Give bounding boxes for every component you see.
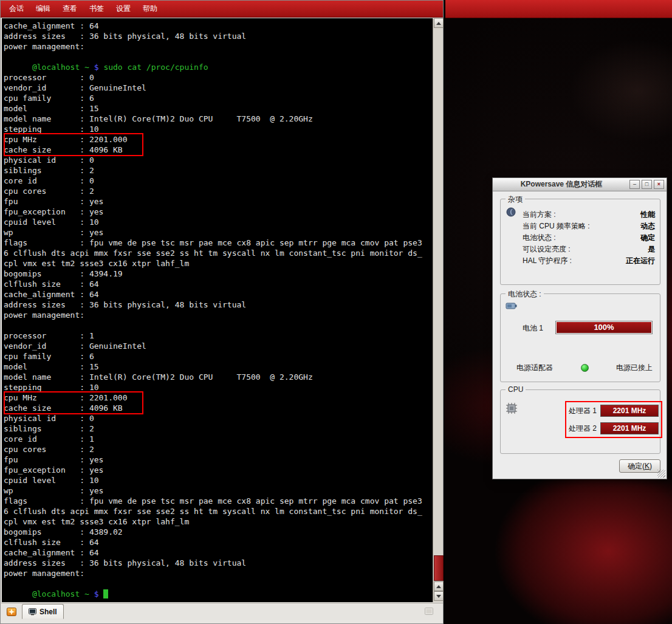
terminal-line: cpu MHz : 2201.000 (4, 134, 431, 145)
terminal-line: model name : Intel(R) Core(TM)2 Duo CPU … (4, 114, 431, 124)
menu-item-4[interactable]: 书签 (83, 2, 110, 16)
terminal-scrollbar[interactable] (433, 18, 443, 602)
terminal-line: cpu cores : 2 (4, 186, 431, 196)
info-value: 确定 (640, 233, 655, 243)
minimize-button[interactable]: – (629, 180, 640, 189)
terminal-line: model : 15 (4, 362, 431, 372)
terminal-line: flags : fpu vme de pse tsc msr pae mce c… (4, 496, 431, 506)
menu-item-5[interactable]: 设置 (110, 2, 137, 16)
scroll-up-icon (436, 22, 441, 25)
processor-row: 处理器 12201 MHz (569, 405, 659, 417)
ok-accel-key: K (645, 462, 650, 470)
battery-progress-bar: 100% (555, 321, 653, 334)
terminal-line: cache_alignment : 64 (4, 289, 431, 300)
terminal-line: power management: (4, 568, 431, 578)
group-battery-title: 电池状态 : (506, 289, 544, 300)
scroll-up-icon (436, 585, 441, 588)
terminal-line: address sizes : 36 bits physical, 48 bit… (4, 558, 431, 568)
menu-item-2[interactable]: 编辑 (30, 2, 57, 16)
session-list-icon (423, 606, 434, 617)
scrollbar-thumb[interactable] (434, 555, 444, 581)
terminal-line: address sizes : 36 bits physical, 48 bit… (4, 31, 431, 41)
terminal-line: stepping : 10 (4, 382, 431, 393)
terminal-line: cpu family : 6 (4, 93, 431, 103)
shell-tab-label: Shell (39, 608, 57, 616)
terminal-viewport[interactable]: cache_alignment : 64address sizes : 36 b… (2, 18, 433, 602)
terminal-line: vendor_id : GenuineIntel (4, 83, 431, 93)
terminal-line: power management: (4, 310, 431, 320)
info-value: 动态 (640, 221, 655, 231)
terminal-line: physical id : 0 (4, 413, 431, 423)
scroll-up-button[interactable] (434, 18, 444, 28)
terminal-line: siblings : 2 (4, 423, 431, 434)
scroll-up-button-bottom[interactable] (434, 581, 444, 591)
maximize-button[interactable]: □ (642, 180, 652, 189)
misc-rows: 当前方案 :性能当前 CPU 频率策略 :动态电池状态 :确定可以设定亮度 :是… (523, 209, 655, 267)
shell-tab-icon (29, 608, 36, 615)
cpu-icon (506, 402, 518, 416)
terminal-line: siblings : 2 (4, 165, 431, 176)
group-misc: 杂项 当前方案 :性能当前 CPU 频率策略 :动态电池状态 :确定可以设定亮度… (500, 199, 660, 285)
info-value: 是 (648, 244, 655, 255)
scroll-down-button[interactable] (434, 591, 444, 601)
new-session-button[interactable] (4, 605, 19, 619)
terminal-line: physical id : 0 (4, 155, 431, 165)
battery-percent-text: 100% (594, 323, 614, 332)
terminal-line: cpl vmx est tm2 ssse3 cx16 xtpr lahf_lm (4, 516, 431, 527)
info-label: 当前 CPU 频率策略 : (523, 221, 590, 231)
close-button[interactable]: × (654, 180, 664, 189)
menu-item-6[interactable]: 帮助 (137, 2, 163, 16)
dialog-title: KPowersave 信息对话框 (495, 179, 628, 190)
info-row: 当前 CPU 频率策略 :动态 (523, 221, 655, 232)
tab-shell[interactable]: Shell (22, 604, 64, 619)
info-row: HAL 守护程序 :正在运行 (523, 255, 655, 267)
terminal-line: core id : 1 (4, 434, 431, 444)
info-label: 电池状态 : (523, 233, 556, 243)
terminal-line: flags : fpu vme de pse tsc msr pae mce c… (4, 238, 431, 248)
terminal-line: processor : 0 (4, 72, 431, 83)
info-value: 正在运行 (626, 256, 655, 266)
terminal-line: @localhost ~ $ sudo cat /proc/cpuinfo (4, 62, 431, 72)
terminal-line: cpuid level : 10 (4, 217, 431, 227)
terminal-output: cache_alignment : 64address sizes : 36 b… (4, 21, 431, 599)
terminal-line: stepping : 10 (4, 124, 431, 134)
group-cpu-title: CPU (506, 385, 526, 394)
adapter-row: 电源适配器 电源已接上 (516, 362, 653, 373)
info-label: 可以设定亮度 : (523, 244, 571, 255)
terminal-line: fpu : yes (4, 454, 431, 465)
info-row: 可以设定亮度 :是 (523, 244, 655, 255)
terminal-line: cache_alignment : 64 (4, 21, 431, 31)
terminal-line: wp : yes (4, 485, 431, 496)
adapter-label: 电源适配器 (516, 363, 553, 373)
terminal-line: cpu MHz : 2201.000 (4, 393, 431, 403)
terminal-line (4, 52, 431, 62)
dialog-titlebar[interactable]: KPowersave 信息对话框 – □ × (493, 178, 667, 191)
terminal-line: model name : Intel(R) Core(TM)2 Duo CPU … (4, 372, 431, 382)
terminal-line: model : 15 (4, 103, 431, 114)
terminal-tabbar: Shell (1, 603, 443, 620)
terminal-line: cpuid level : 10 (4, 475, 431, 485)
group-cpu: CPU 处理器 12201 MHz处理器 22201 MHz (500, 389, 660, 454)
ok-label: 确定( (628, 462, 645, 470)
resize-grip[interactable] (657, 470, 665, 478)
info-label: HAL 守护程序 : (523, 256, 572, 266)
terminal-line: fpu_exception : yes (4, 207, 431, 217)
terminal-line: 6 clflush dts acpi mmx fxsr sse sse2 ss … (4, 506, 431, 516)
background-window-titlebar (445, 0, 672, 18)
terminal-line: clflush size : 64 (4, 537, 431, 547)
power-plugged-led (581, 364, 589, 372)
processor-row: 处理器 22201 MHz (569, 422, 659, 434)
terminal-line: vendor_id : GenuineIntel (4, 341, 431, 351)
battery-icon (506, 301, 518, 312)
terminal-line: processor : 1 (4, 331, 431, 341)
menu-item-3[interactable]: 查看 (57, 2, 83, 16)
terminal-line: fpu_exception : yes (4, 465, 431, 475)
terminal-line: cache_alignment : 64 (4, 547, 431, 558)
kpowersave-dialog: KPowersave 信息对话框 – □ × 杂项 当前方案 :性能当前 CPU… (492, 177, 667, 479)
terminal-line: cache size : 4096 KB (4, 145, 431, 155)
terminal-line (4, 320, 431, 331)
new-session-icon (6, 606, 17, 617)
menu-item-1[interactable]: 会话 (3, 2, 30, 16)
ok-button[interactable]: 确定(K) (619, 459, 660, 473)
session-list-button[interactable] (423, 606, 436, 618)
